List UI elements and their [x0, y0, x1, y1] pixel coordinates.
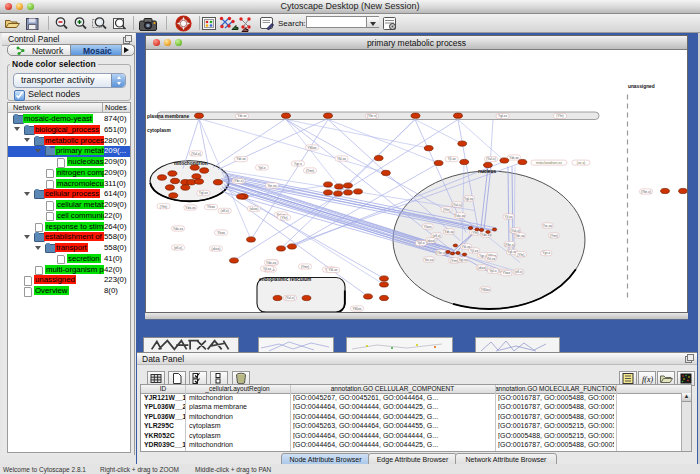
svg-text:Ydr-xx: Ydr-xx	[515, 234, 525, 238]
svg-text:plasma membrane: plasma membrane	[147, 114, 189, 119]
svg-text:Ygl-xx: Ygl-xx	[498, 114, 508, 118]
svg-text:Yfl0xx: Yfl0xx	[308, 146, 317, 150]
svg-text:Ypl-x: Ypl-x	[489, 269, 497, 273]
svg-text:Ypl-x: Ypl-x	[258, 166, 266, 170]
svg-text:(xkxx): (xkxx)	[250, 207, 259, 211]
svg-text:Ydx-xx: Ydx-xx	[266, 261, 276, 265]
svg-text:(Ybr-x): (Ybr-x)	[641, 190, 651, 194]
svg-text:(Yhr): (Yhr)	[280, 216, 287, 220]
svg-text:Yjl-xx: Yjl-xx	[448, 157, 456, 161]
svg-text:(xfl-x): (xfl-x)	[221, 209, 229, 213]
svg-text:(Ybr-x): (Ybr-x)	[436, 251, 446, 255]
svg-text:(xfl-x): (xfl-x)	[514, 270, 522, 274]
svg-text:cytoplasm: cytoplasm	[147, 128, 171, 133]
svg-text:(Ymr): (Ymr)	[450, 259, 458, 263]
svg-text:Yor-xx: Yor-xx	[267, 184, 277, 188]
svg-text:Ydr-xx: Ydr-xx	[237, 114, 247, 118]
svg-text:(Yhr): (Yhr)	[471, 231, 478, 235]
svg-text:mitochondrion: mitochondrion	[174, 161, 208, 166]
svg-text:f(x): f(x)	[642, 375, 653, 384]
svg-text:Ylxxx: Ylxxx	[207, 205, 215, 209]
svg-text:Ypl-x: Ypl-x	[417, 241, 425, 245]
svg-text:Ylxxx: Ylxxx	[502, 271, 510, 275]
svg-text:(Ybr-x): (Ybr-x)	[367, 114, 377, 118]
svg-text:(Ybr-x): (Ybr-x)	[233, 179, 243, 183]
svg-text:(Yhr): (Yhr)	[556, 114, 563, 118]
svg-text:Ylxxx: Ylxxx	[424, 225, 432, 229]
svg-text:(xfl-x): (xfl-x)	[432, 234, 440, 238]
svg-text:Yor-xx: Yor-xx	[424, 258, 434, 262]
svg-text:(Yal-x): (Yal-x)	[452, 203, 461, 207]
svg-text:(Yal-x): (Yal-x)	[191, 152, 200, 156]
svg-text:(Ymr): (Ymr)	[550, 234, 558, 238]
svg-text:(Yal-x): (Yal-x)	[285, 296, 294, 300]
svg-text:(xkxx): (xkxx)	[427, 239, 436, 243]
svg-text:(Yhr): (Yhr)	[160, 205, 167, 209]
svg-text:Yor-xx: Yor-xx	[543, 224, 553, 228]
svg-text:(Ymr): (Ymr)	[301, 265, 309, 269]
svg-text:(Yal-x): (Yal-x)	[510, 229, 519, 233]
svg-text:Ykl-xx: Ykl-xx	[486, 257, 495, 261]
svg-text:Ydx-xx: Ydx-xx	[481, 233, 491, 237]
svg-text:endoplasmic reticulum: endoplasmic reticulum	[259, 277, 311, 282]
svg-text:nucleus: nucleus	[478, 169, 496, 174]
svg-text:(xx-x): (xx-x)	[577, 161, 585, 165]
svg-text:Yjl-xx: Yjl-xx	[263, 267, 271, 271]
svg-text:(Yhr): (Yhr)	[517, 253, 524, 257]
svg-text:Ydr-xx: Ydr-xx	[444, 230, 454, 234]
svg-text:Yfl0xx: Yfl0xx	[481, 288, 490, 292]
svg-text:Ygl-xx: Ygl-xx	[199, 191, 209, 195]
svg-text:Ylxxx: Ylxxx	[217, 231, 225, 235]
svg-text:Ydr-xx: Ydr-xx	[236, 157, 246, 161]
svg-text:(Ymr): (Ymr)	[306, 169, 314, 173]
svg-text:Ykl-xx: Ykl-xx	[337, 157, 346, 161]
svg-text:(xkxx): (xkxx)	[212, 247, 221, 251]
svg-text:Ygl-xx: Ygl-xx	[464, 197, 474, 201]
svg-text:Yjl-xx: Yjl-xx	[505, 215, 513, 219]
svg-text:Ydx-xx: Ydx-xx	[455, 214, 465, 218]
svg-text:(Ybr-x): (Ybr-x)	[505, 243, 515, 247]
svg-text:Ykl-xx: Ykl-xx	[329, 268, 338, 272]
svg-text:(xfl-x): (xfl-x)	[174, 246, 182, 250]
svg-text:Ygr-x: Ygr-x	[542, 251, 550, 255]
svg-text:Ydx-xx: Ydx-xx	[185, 206, 195, 210]
svg-text:unassigned: unassigned	[628, 84, 655, 89]
svg-text:Yfl0xx: Yfl0xx	[353, 307, 362, 311]
svg-text:Ydr-xx: Ydr-xx	[509, 156, 519, 160]
svg-text:(xkxx): (xkxx)	[478, 266, 487, 270]
svg-text:Yjl-xx: Yjl-xx	[470, 249, 478, 253]
svg-text:Ygl-xx: Ygl-xx	[458, 258, 468, 262]
svg-text:Ygr-x: Ygr-x	[294, 162, 302, 166]
svg-text:(Yal-x): (Yal-x)	[486, 157, 495, 161]
svg-text:mitochondrion-xx: mitochondrion-xx	[536, 161, 562, 165]
svg-text:Ydx-xx: Ydx-xx	[173, 227, 183, 231]
svg-text:(Yhr): (Yhr)	[443, 208, 450, 212]
